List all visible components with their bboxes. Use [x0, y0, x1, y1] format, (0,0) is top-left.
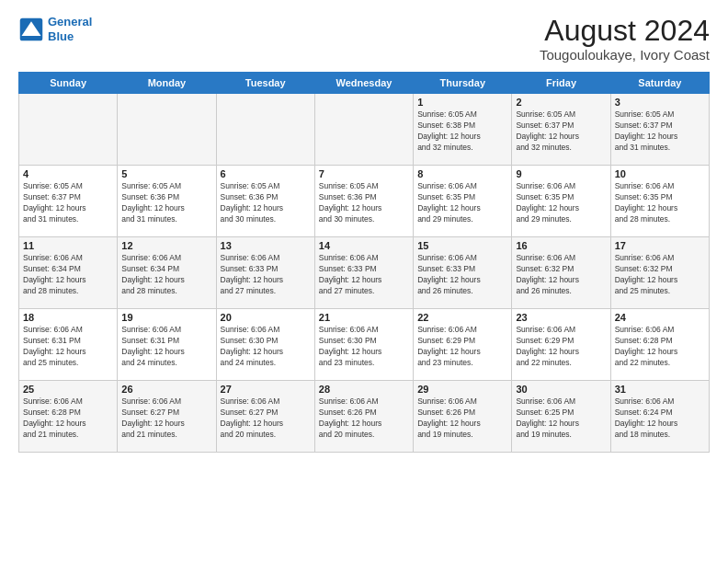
- col-thursday: Thursday: [414, 73, 512, 94]
- day-number: 6: [221, 168, 311, 179]
- day-number: 24: [615, 312, 705, 323]
- day-info: Sunrise: 6:06 AM Sunset: 6:31 PM Dayligh…: [121, 325, 211, 369]
- cell-w3-d1: 12Sunrise: 6:06 AM Sunset: 6:34 PM Dayli…: [118, 237, 216, 309]
- cell-w5-d2: 27Sunrise: 6:06 AM Sunset: 6:27 PM Dayli…: [216, 381, 314, 453]
- cell-w2-d6: 10Sunrise: 6:06 AM Sunset: 6:35 PM Dayli…: [610, 166, 709, 237]
- day-info: Sunrise: 6:06 AM Sunset: 6:26 PM Dayligh…: [319, 396, 409, 441]
- logo-line2: Blue: [48, 29, 74, 43]
- week-row-5: 25Sunrise: 6:06 AM Sunset: 6:28 PM Dayli…: [19, 381, 710, 453]
- cell-w3-d6: 17Sunrise: 6:06 AM Sunset: 6:32 PM Dayli…: [610, 237, 709, 309]
- cell-w3-d4: 15Sunrise: 6:06 AM Sunset: 6:33 PM Dayli…: [414, 237, 512, 309]
- subtitle: Tougouloukaye, Ivory Coast: [540, 47, 710, 63]
- day-info: Sunrise: 6:05 AM Sunset: 6:37 PM Dayligh…: [23, 181, 113, 225]
- cell-w4-d0: 18Sunrise: 6:06 AM Sunset: 6:31 PM Dayli…: [19, 309, 118, 381]
- col-tuesday: Tuesday: [216, 73, 314, 94]
- cell-w1-d1: [118, 94, 216, 166]
- day-info: Sunrise: 6:06 AM Sunset: 6:34 PM Dayligh…: [121, 253, 211, 297]
- day-number: 8: [417, 168, 507, 179]
- day-info: Sunrise: 6:05 AM Sunset: 6:36 PM Dayligh…: [121, 181, 211, 225]
- day-info: Sunrise: 6:06 AM Sunset: 6:30 PM Dayligh…: [221, 325, 311, 369]
- day-info: Sunrise: 6:06 AM Sunset: 6:29 PM Dayligh…: [417, 325, 507, 369]
- day-info: Sunrise: 6:06 AM Sunset: 6:29 PM Dayligh…: [516, 325, 606, 369]
- cell-w3-d0: 11Sunrise: 6:06 AM Sunset: 6:34 PM Dayli…: [19, 237, 118, 309]
- day-number: 4: [23, 168, 113, 179]
- day-info: Sunrise: 6:06 AM Sunset: 6:33 PM Dayligh…: [417, 253, 507, 297]
- day-info: Sunrise: 6:06 AM Sunset: 6:35 PM Dayligh…: [516, 181, 606, 225]
- week-row-2: 4Sunrise: 6:05 AM Sunset: 6:37 PM Daylig…: [19, 166, 710, 237]
- cell-w2-d3: 7Sunrise: 6:05 AM Sunset: 6:36 PM Daylig…: [314, 166, 413, 237]
- day-number: 30: [516, 384, 606, 395]
- day-number: 7: [319, 168, 409, 179]
- week-row-4: 18Sunrise: 6:06 AM Sunset: 6:31 PM Dayli…: [19, 309, 710, 381]
- cell-w1-d2: [216, 94, 314, 166]
- day-number: 26: [121, 384, 211, 395]
- week-row-1: 1Sunrise: 6:05 AM Sunset: 6:38 PM Daylig…: [19, 94, 710, 166]
- day-number: 12: [121, 240, 211, 251]
- cell-w2-d1: 5Sunrise: 6:05 AM Sunset: 6:36 PM Daylig…: [118, 166, 216, 237]
- day-info: Sunrise: 6:06 AM Sunset: 6:28 PM Dayligh…: [23, 396, 113, 441]
- cell-w4-d5: 23Sunrise: 6:06 AM Sunset: 6:29 PM Dayli…: [512, 309, 610, 381]
- day-info: Sunrise: 6:06 AM Sunset: 6:24 PM Dayligh…: [615, 396, 705, 441]
- cell-w4-d2: 20Sunrise: 6:06 AM Sunset: 6:30 PM Dayli…: [216, 309, 314, 381]
- day-number: 20: [221, 312, 311, 323]
- cell-w5-d5: 30Sunrise: 6:06 AM Sunset: 6:25 PM Dayli…: [512, 381, 610, 453]
- day-info: Sunrise: 6:05 AM Sunset: 6:36 PM Dayligh…: [319, 181, 409, 225]
- col-saturday: Saturday: [610, 73, 709, 94]
- day-number: 28: [319, 384, 409, 395]
- day-number: 5: [121, 168, 211, 179]
- day-info: Sunrise: 6:06 AM Sunset: 6:35 PM Dayligh…: [615, 181, 705, 225]
- col-sunday: Sunday: [19, 73, 118, 94]
- day-number: 19: [121, 312, 211, 323]
- calendar-table: Sunday Monday Tuesday Wednesday Thursday…: [18, 72, 710, 453]
- day-number: 22: [417, 312, 507, 323]
- week-row-3: 11Sunrise: 6:06 AM Sunset: 6:34 PM Dayli…: [19, 237, 710, 309]
- day-number: 14: [319, 240, 409, 251]
- day-number: 31: [615, 384, 705, 395]
- calendar-header-row: Sunday Monday Tuesday Wednesday Thursday…: [19, 73, 710, 94]
- day-number: 3: [615, 97, 705, 108]
- logo-icon: [18, 17, 44, 42]
- col-wednesday: Wednesday: [314, 73, 413, 94]
- day-info: Sunrise: 6:06 AM Sunset: 6:30 PM Dayligh…: [319, 325, 409, 369]
- cell-w5-d6: 31Sunrise: 6:06 AM Sunset: 6:24 PM Dayli…: [610, 381, 709, 453]
- day-number: 2: [516, 97, 606, 108]
- day-info: Sunrise: 6:06 AM Sunset: 6:32 PM Dayligh…: [516, 253, 606, 297]
- cell-w4-d3: 21Sunrise: 6:06 AM Sunset: 6:30 PM Dayli…: [314, 309, 413, 381]
- cell-w5-d3: 28Sunrise: 6:06 AM Sunset: 6:26 PM Dayli…: [314, 381, 413, 453]
- cell-w5-d4: 29Sunrise: 6:06 AM Sunset: 6:26 PM Dayli…: [414, 381, 512, 453]
- logo: General Blue: [18, 15, 92, 43]
- cell-w2-d2: 6Sunrise: 6:05 AM Sunset: 6:36 PM Daylig…: [216, 166, 314, 237]
- cell-w5-d0: 25Sunrise: 6:06 AM Sunset: 6:28 PM Dayli…: [19, 381, 118, 453]
- day-info: Sunrise: 6:05 AM Sunset: 6:36 PM Dayligh…: [221, 181, 311, 225]
- day-info: Sunrise: 6:06 AM Sunset: 6:33 PM Dayligh…: [319, 253, 409, 297]
- day-info: Sunrise: 6:06 AM Sunset: 6:35 PM Dayligh…: [417, 181, 507, 225]
- header: General Blue August 2024 Tougouloukaye, …: [18, 15, 710, 63]
- cell-w2-d5: 9Sunrise: 6:06 AM Sunset: 6:35 PM Daylig…: [512, 166, 610, 237]
- day-info: Sunrise: 6:06 AM Sunset: 6:27 PM Dayligh…: [221, 396, 311, 441]
- day-info: Sunrise: 6:06 AM Sunset: 6:25 PM Dayligh…: [516, 396, 606, 441]
- day-info: Sunrise: 6:06 AM Sunset: 6:31 PM Dayligh…: [23, 325, 113, 369]
- cell-w4-d4: 22Sunrise: 6:06 AM Sunset: 6:29 PM Dayli…: [414, 309, 512, 381]
- day-number: 15: [417, 240, 507, 251]
- day-number: 11: [23, 240, 113, 251]
- day-number: 10: [615, 168, 705, 179]
- day-info: Sunrise: 6:05 AM Sunset: 6:37 PM Dayligh…: [615, 109, 705, 154]
- logo-text: General Blue: [48, 15, 92, 43]
- day-number: 25: [23, 384, 113, 395]
- day-number: 23: [516, 312, 606, 323]
- day-info: Sunrise: 6:06 AM Sunset: 6:34 PM Dayligh…: [23, 253, 113, 297]
- col-monday: Monday: [118, 73, 216, 94]
- day-info: Sunrise: 6:06 AM Sunset: 6:26 PM Dayligh…: [417, 396, 507, 441]
- cell-w3-d2: 13Sunrise: 6:06 AM Sunset: 6:33 PM Dayli…: [216, 237, 314, 309]
- day-number: 21: [319, 312, 409, 323]
- cell-w2-d0: 4Sunrise: 6:05 AM Sunset: 6:37 PM Daylig…: [19, 166, 118, 237]
- day-number: 29: [417, 384, 507, 395]
- day-number: 13: [221, 240, 311, 251]
- day-info: Sunrise: 6:06 AM Sunset: 6:28 PM Dayligh…: [615, 325, 705, 369]
- title-block: August 2024 Tougouloukaye, Ivory Coast: [540, 15, 710, 63]
- cell-w1-d5: 2Sunrise: 6:05 AM Sunset: 6:37 PM Daylig…: [512, 94, 610, 166]
- logo-line1: General: [48, 15, 92, 29]
- cell-w3-d5: 16Sunrise: 6:06 AM Sunset: 6:32 PM Dayli…: [512, 237, 610, 309]
- page: General Blue August 2024 Tougouloukaye, …: [0, 0, 728, 563]
- cell-w3-d3: 14Sunrise: 6:06 AM Sunset: 6:33 PM Dayli…: [314, 237, 413, 309]
